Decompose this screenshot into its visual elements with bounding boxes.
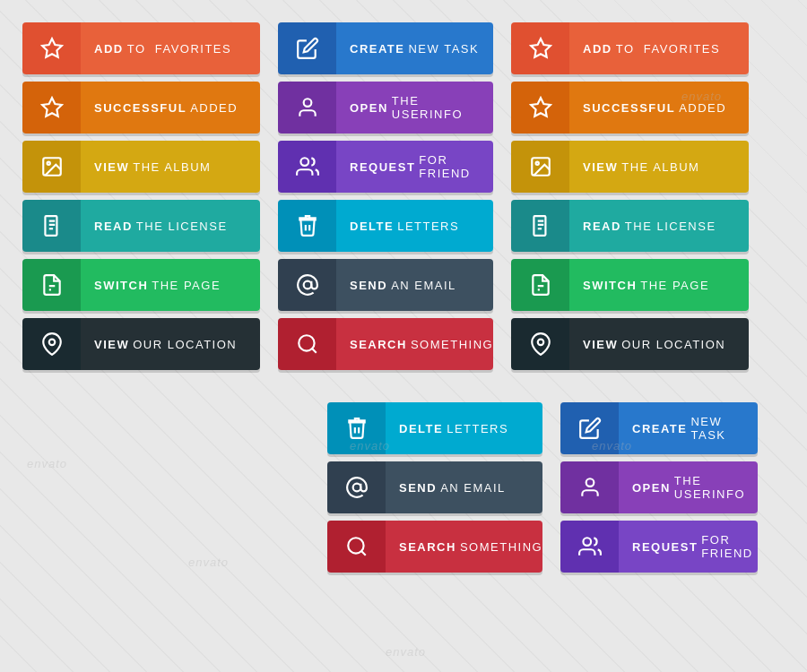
svg-marker-19 <box>531 98 551 116</box>
col-right: ADD TO FAVORITES SUCCESSFUL ADDED <box>511 22 749 377</box>
svg-marker-1 <box>42 98 62 116</box>
svg-point-34 <box>586 478 594 487</box>
read-license-label-1: READ THE LICENSE <box>81 200 260 252</box>
create-task-label-2: CREATE NEW TASK <box>619 402 758 454</box>
svg-point-10 <box>48 340 55 346</box>
delete-letters-btn-2[interactable]: DELTE LETTERS <box>327 402 542 454</box>
request-friend-label-1: REQUEST FOR FRIEND <box>336 141 493 193</box>
open-userinfo-btn-1[interactable]: OPEN THE USERINFO <box>278 82 493 134</box>
svg-marker-18 <box>531 39 551 57</box>
view-album-label-2: VIEW THE ALBUM <box>569 141 749 193</box>
successful-added-label-2: SUCCESSFUL ADDED <box>569 82 749 134</box>
send-email-label-1: SEND AN EMAIL <box>336 259 493 311</box>
star-icon-1 <box>22 22 81 74</box>
request-friend-btn-2[interactable]: REQUEST FOR FRIEND <box>560 521 758 573</box>
svg-point-21 <box>535 162 538 165</box>
photo-icon-2 <box>511 141 569 193</box>
bottom-col-1: DELTE LETTERS SEND AN EMAIL <box>327 402 542 580</box>
view-album-label-1: VIEW THE ALBUM <box>81 141 260 193</box>
book-icon-2 <box>511 200 569 252</box>
search-btn-1[interactable]: SEARCH SOMETHING <box>278 318 493 370</box>
switch-page-label-2: SWITCH THE PAGE <box>569 259 749 311</box>
read-license-btn-1[interactable]: READ THE LICENSE <box>22 200 260 252</box>
delete-letters-btn-1[interactable]: DELTE LETTERS <box>278 200 493 252</box>
send-email-btn-1[interactable]: SEND AN EMAIL <box>278 259 493 311</box>
svg-line-17 <box>312 349 317 353</box>
search-btn-2[interactable]: SEARCH SOMETHING <box>327 521 542 573</box>
svg-point-12 <box>300 158 308 166</box>
view-album-btn-1[interactable]: VIEW THE ALBUM <box>22 141 260 193</box>
svg-point-31 <box>352 484 360 492</box>
view-location-label-1: VIEW OUR LOCATION <box>81 318 260 370</box>
edit-icon-1 <box>278 22 336 74</box>
add-favorites-btn-1[interactable]: ADD TO FAVORITES <box>22 22 260 74</box>
request-friend-label-2: REQUEST FOR FRIEND <box>619 521 758 573</box>
create-task-btn-1[interactable]: CREATE NEW TASK <box>278 22 493 74</box>
watermark-4: envato <box>386 645 426 659</box>
add-favorites-btn-2[interactable]: ADD TO FAVORITES <box>511 22 749 74</box>
bottom-section: DELTE LETTERS SEND AN EMAIL <box>318 402 794 580</box>
svg-point-3 <box>47 162 49 165</box>
book-icon-1 <box>22 200 81 252</box>
svg-point-35 <box>583 538 591 546</box>
successful-added-btn-1[interactable]: SUCCESSFUL ADDED <box>22 82 260 134</box>
location-icon-2 <box>511 318 569 370</box>
read-license-label-2: READ THE LICENSE <box>569 200 749 252</box>
switch-page-btn-2[interactable]: SWITCH THE PAGE <box>511 259 749 311</box>
trash-icon-2 <box>327 402 386 454</box>
note-icon-2 <box>511 259 569 311</box>
at-icon-2 <box>327 461 386 513</box>
trash-icon-1 <box>278 200 336 252</box>
search-label-2: SEARCH SOMETHING <box>386 521 542 573</box>
request-friend-btn-1[interactable]: REQUEST FOR FRIEND <box>278 141 493 193</box>
svg-point-32 <box>348 538 363 553</box>
send-email-label-2: SEND AN EMAIL <box>386 461 542 513</box>
star-empty-icon-1 <box>22 82 81 134</box>
switch-page-btn-1[interactable]: SWITCH THE PAGE <box>22 259 260 311</box>
users-icon-1 <box>278 141 336 193</box>
delete-letters-label-2: DELTE LETTERS <box>386 402 542 454</box>
successful-added-label-1: SUCCESSFUL ADDED <box>81 82 260 134</box>
add-favorites-label-1: ADD TO FAVORITES <box>81 22 260 74</box>
svg-line-33 <box>361 551 366 556</box>
location-icon-1 <box>22 318 81 370</box>
open-userinfo-label-2: OPEN THE USERINFO <box>619 461 758 513</box>
switch-page-label-1: SWITCH THE PAGE <box>81 259 260 311</box>
view-album-btn-2[interactable]: VIEW THE ALBUM <box>511 141 749 193</box>
open-userinfo-label-1: OPEN THE USERINFO <box>336 82 493 134</box>
send-email-btn-2[interactable]: SEND AN EMAIL <box>327 461 542 513</box>
svg-point-11 <box>303 99 311 107</box>
note-icon-1 <box>22 259 81 311</box>
svg-marker-0 <box>42 39 62 57</box>
search-icon-2 <box>327 521 386 573</box>
delete-letters-label-1: DELTE LETTERS <box>336 200 493 252</box>
create-task-btn-2[interactable]: CREATE NEW TASK <box>560 402 758 454</box>
main-container: envato envato envato envato envato envat… <box>0 0 807 672</box>
watermark-1: envato <box>27 457 67 470</box>
columns-wrapper: ADD TO FAVORITES SUCCESSFUL ADDED <box>13 13 794 386</box>
add-favorites-label-2: ADD TO FAVORITES <box>569 22 749 74</box>
col-middle: CREATE NEW TASK OPEN THE USERINFO <box>278 22 493 377</box>
view-location-btn-2[interactable]: VIEW OUR LOCATION <box>511 318 749 370</box>
users-icon-2 <box>560 521 619 573</box>
edit-icon-2 <box>560 402 619 454</box>
open-userinfo-btn-2[interactable]: OPEN THE USERINFO <box>560 461 758 513</box>
svg-point-28 <box>537 340 543 346</box>
create-task-label-1: CREATE NEW TASK <box>336 22 493 74</box>
successful-added-btn-2[interactable]: SUCCESSFUL ADDED <box>511 82 749 134</box>
svg-point-16 <box>299 335 314 350</box>
user-icon-2 <box>560 461 619 513</box>
bottom-col-2: CREATE NEW TASK OPEN THE USERINFO <box>560 402 758 580</box>
view-location-btn-1[interactable]: VIEW OUR LOCATION <box>22 318 260 370</box>
view-location-label-2: VIEW OUR LOCATION <box>569 318 749 370</box>
watermark-2: envato <box>188 556 229 569</box>
user-icon-1 <box>278 82 336 134</box>
read-license-btn-2[interactable]: READ THE LICENSE <box>511 200 749 252</box>
star-empty-icon-2 <box>511 82 569 134</box>
at-icon-1 <box>278 259 336 311</box>
star-icon-2 <box>511 22 569 74</box>
search-icon-1 <box>278 318 336 370</box>
svg-point-15 <box>303 281 311 289</box>
col-left: ADD TO FAVORITES SUCCESSFUL ADDED <box>22 22 260 377</box>
photo-icon-1 <box>22 141 81 193</box>
